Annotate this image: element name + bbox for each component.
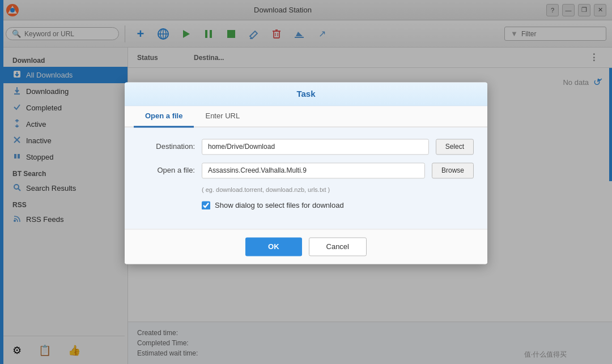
browse-button[interactable]: Browse (432, 162, 474, 178)
open-file-row: Open a file: Browse (138, 162, 474, 178)
dialog-footer: OK Cancel (125, 229, 487, 264)
dialog-tabs: Open a file Enter URL (125, 106, 487, 127)
file-format-hint: ( eg. download.torrent, download.nzb, ur… (202, 186, 474, 193)
show-dialog-checkbox[interactable] (202, 201, 210, 209)
ok-button[interactable]: OK (245, 237, 302, 256)
cancel-button[interactable]: Cancel (309, 237, 367, 256)
tab-open-file[interactable]: Open a file (134, 106, 194, 127)
dialog-title: Task (125, 82, 487, 106)
open-file-input[interactable] (202, 162, 425, 178)
show-dialog-label[interactable]: Show dialog to select files for download (215, 201, 344, 209)
dialog-body: Destination: Select Open a file: Browse … (125, 127, 487, 229)
tab-enter-url[interactable]: Enter URL (194, 106, 251, 127)
destination-label: Destination: (138, 142, 195, 151)
show-dialog-row: Show dialog to select files for download (202, 201, 474, 209)
destination-row: Destination: Select (138, 139, 474, 155)
select-button[interactable]: Select (436, 139, 474, 155)
task-dialog: Task Open a file Enter URL Destination: … (125, 82, 487, 264)
open-file-label: Open a file: (138, 166, 195, 174)
destination-input[interactable] (202, 139, 429, 155)
